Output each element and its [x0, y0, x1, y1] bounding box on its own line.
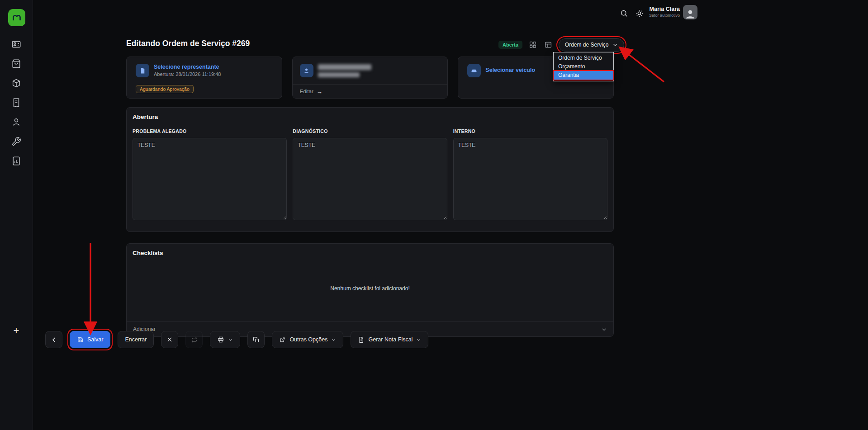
abertura-section: Abertura PROBLEMA ALEGADO TESTE DIAGNÓST…	[126, 107, 614, 232]
repeat-button	[185, 331, 203, 348]
sidebar-item-inventory[interactable]	[7, 74, 25, 92]
order-type-dropdown[interactable]: Ordem de Serviço	[559, 38, 624, 52]
encerrar-button[interactable]: Encerrar	[118, 331, 154, 348]
menu-item-orcamento[interactable]: Orçamento	[554, 62, 613, 71]
theme-toggle-button[interactable]	[633, 7, 645, 19]
sun-icon	[635, 9, 644, 18]
interno-textarea[interactable]: TESTE	[453, 138, 607, 220]
plus-icon: +	[14, 325, 19, 336]
other-options-button[interactable]: Outras Opções	[272, 331, 343, 348]
save-button-label: Salvar	[87, 336, 103, 343]
save-button[interactable]: Salvar	[70, 331, 110, 348]
sidebar-item-orders[interactable]	[7, 55, 25, 73]
avatar[interactable]	[683, 5, 697, 19]
status-badge: Aberta	[498, 41, 522, 49]
user-subtitle: Setor automotivo	[649, 13, 680, 18]
app-logo[interactable]	[8, 9, 25, 26]
checklists-empty-message: Nenhum checklist foi adicionado!	[127, 285, 613, 292]
customer-card: Editar →	[292, 57, 448, 99]
sidebar-add-button[interactable]: +	[7, 321, 25, 340]
annotation-arrow-dropdown	[621, 49, 664, 82]
order-type-value: Ordem de Serviço	[565, 42, 609, 48]
person-tile-icon	[300, 64, 313, 77]
external-link-icon	[279, 336, 286, 343]
user-menu[interactable]: Maria Clara Setor automotivo	[649, 6, 680, 18]
report-chart-icon	[11, 156, 21, 166]
grid-icon	[529, 41, 537, 49]
edit-link[interactable]: Editar	[300, 89, 313, 94]
close-icon	[166, 336, 173, 343]
interno-label: INTERNO	[453, 128, 607, 134]
sidebar-item-reports[interactable]	[7, 152, 25, 170]
approval-status-badge: Aguardando Aprovação	[136, 85, 194, 93]
representative-link[interactable]: Selecione representante	[154, 64, 219, 70]
checklists-section: Checklists Nenhum checklist foi adiciona…	[126, 243, 614, 337]
chevron-down-icon	[416, 337, 421, 342]
chevron-down-icon	[228, 337, 233, 342]
sidebar-item-services[interactable]	[7, 132, 25, 151]
grid-view-button[interactable]	[528, 40, 538, 50]
search-button[interactable]	[618, 7, 630, 19]
person-icon	[303, 67, 310, 74]
abertura-title: Abertura	[133, 113, 158, 120]
generate-invoice-label: Gerar Nota Fiscal	[368, 336, 413, 343]
chevron-left-icon	[51, 336, 57, 343]
copy-icon	[253, 336, 260, 343]
chevron-down-icon	[612, 42, 618, 47]
generate-invoice-button[interactable]: Gerar Nota Fiscal	[351, 331, 428, 348]
page-title: Editando Ordem de Serviço #269	[126, 39, 250, 48]
summary-cards-row: Selecione representante Abertura: 28/01/…	[126, 57, 614, 99]
vehicle-link[interactable]: Selecionar veículo	[485, 67, 535, 73]
chevron-down-icon	[601, 326, 607, 332]
page-header-controls: Aberta Ordem de Serviço	[498, 38, 624, 52]
menu-item-ordem-de-servico[interactable]: Ordem de Serviço	[554, 54, 613, 62]
sidebar-nav	[7, 35, 25, 170]
wrench-icon	[11, 137, 21, 146]
chevron-down-icon	[331, 337, 336, 342]
car-tile-icon	[467, 64, 481, 77]
customer-name-redacted	[318, 64, 371, 70]
search-icon	[620, 9, 628, 18]
printer-icon	[217, 336, 224, 343]
encerrar-button-label: Encerrar	[125, 336, 147, 343]
arrow-right-icon: →	[317, 88, 323, 95]
abertura-fields-row: PROBLEMA ALEGADO TESTE DIAGNÓSTICO TESTE…	[133, 128, 607, 222]
sidebar-item-dashboard[interactable]	[7, 35, 25, 53]
print-button[interactable]	[210, 331, 240, 348]
user-name: Maria Clara	[649, 6, 680, 12]
logo-glyph	[11, 12, 22, 23]
package-icon	[11, 78, 21, 88]
other-options-label: Outras Opções	[289, 336, 327, 343]
diagnostico-label: DIAGNÓSTICO	[293, 128, 447, 134]
representative-card: Selecione representante Abertura: 28/01/…	[126, 57, 282, 99]
file-icon	[139, 67, 146, 74]
document-tile-icon	[136, 64, 149, 77]
document-icon	[358, 336, 365, 343]
sidebar-item-invoices[interactable]	[7, 94, 25, 112]
receipt-icon	[11, 98, 21, 108]
cancel-button[interactable]	[161, 331, 178, 348]
diagnostico-textarea[interactable]: TESTE	[293, 138, 447, 220]
customer-detail-redacted	[318, 72, 360, 77]
copy-button[interactable]	[247, 331, 265, 348]
opened-at-text: Abertura: 28/01/2026 11:19:48	[154, 71, 221, 77]
shopping-bag-icon	[11, 59, 21, 69]
person-silhouette-icon	[684, 8, 696, 19]
customer-card-footer: Editar →	[293, 84, 448, 98]
table-icon	[544, 41, 552, 49]
back-button[interactable]	[45, 331, 62, 348]
repeat-icon	[191, 336, 198, 343]
problema-alegado-field: PROBLEMA ALEGADO TESTE	[133, 128, 287, 222]
table-view-button[interactable]	[543, 40, 553, 50]
sidebar-item-customers[interactable]	[7, 113, 25, 131]
problema-alegado-label: PROBLEMA ALEGADO	[133, 128, 287, 134]
bottom-toolbar: Salvar Encerrar Outras Opções	[45, 331, 428, 348]
diagnostico-field: DIAGNÓSTICO TESTE	[293, 128, 447, 222]
interno-field: INTERNO TESTE	[453, 128, 607, 222]
checklists-title: Checklists	[133, 250, 163, 256]
problema-alegado-textarea[interactable]: TESTE	[133, 138, 287, 220]
menu-item-garantia[interactable]: Garantia	[554, 71, 613, 80]
save-icon	[77, 336, 84, 343]
user-icon	[11, 117, 21, 127]
id-card-icon	[11, 39, 21, 49]
